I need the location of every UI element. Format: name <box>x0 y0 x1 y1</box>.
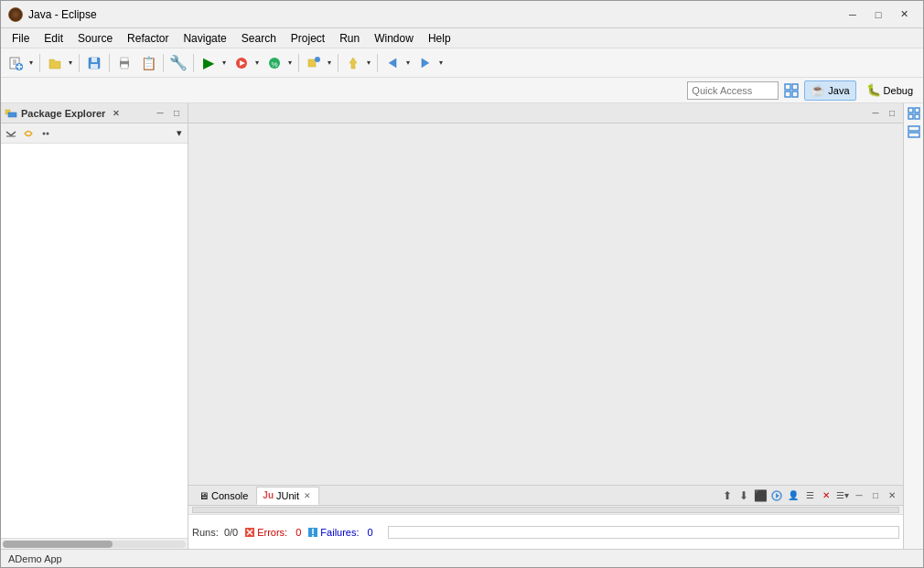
title-bar-left: Java - Eclipse <box>8 7 97 22</box>
bottom-run-up-btn[interactable]: ⬆ <box>720 488 735 503</box>
package-explorer-close-tab[interactable]: ✕ <box>113 109 120 118</box>
bottom-history-btn[interactable]: 👤 <box>786 488 800 503</box>
bottom-maximize-btn[interactable]: □ <box>868 488 883 503</box>
toolbar-open-dropdown[interactable]: ▾ <box>66 52 75 74</box>
toolbar-debug-btn[interactable] <box>231 52 252 74</box>
failures-label: Failures: 0 <box>308 527 372 538</box>
sep1 <box>39 54 40 72</box>
tab-console[interactable]: 🖥 Console <box>192 487 254 505</box>
scrollbar-track[interactable] <box>3 541 186 548</box>
svg-rect-12 <box>121 64 128 69</box>
menu-file[interactable]: File <box>5 28 37 48</box>
editor-minimize-btn[interactable]: ─ <box>868 106 883 121</box>
toolbar-fwd-group: ▾ <box>414 52 446 74</box>
svg-rect-22 <box>792 91 798 97</box>
toolbar-open-btn[interactable] <box>44 52 66 74</box>
tab-junit[interactable]: Ju JUnit ✕ <box>256 487 319 505</box>
horizontal-scrollbar[interactable] <box>1 538 188 549</box>
sep4 <box>163 54 164 72</box>
runs-label-text: Runs: <box>192 527 219 538</box>
menu-edit[interactable]: Edit <box>37 28 70 48</box>
link-editor-btn[interactable] <box>20 125 37 142</box>
minimize-button[interactable]: ─ <box>841 5 865 24</box>
package-explorer-toolbar: ▾ <box>1 123 188 144</box>
panel-maximize-btn[interactable]: □ <box>169 106 184 121</box>
debug-perspective-icon: 🐛 <box>866 83 881 97</box>
console-tab-icon: 🖥 <box>199 490 209 501</box>
panel-view-menu-btn[interactable]: ▾ <box>173 125 186 142</box>
toolbar-copy-btn[interactable]: 📋 <box>137 52 159 74</box>
toolbar-tools-btn[interactable]: 🔧 <box>167 52 189 74</box>
svg-rect-19 <box>785 84 790 90</box>
junit-tab-close[interactable]: ✕ <box>302 490 313 501</box>
toolbar-nav-prev-dropdown[interactable]: ▾ <box>403 52 413 74</box>
svg-rect-40 <box>908 126 919 131</box>
editor-top-bar: ─ □ <box>188 103 903 123</box>
bottom-content: Runs: 0/0 Errors: 0 Failures: 0 <box>188 515 903 549</box>
svg-rect-11 <box>121 58 128 61</box>
svg-rect-20 <box>792 84 798 90</box>
toolbar-nav-next-dropdown[interactable]: ▾ <box>436 52 446 74</box>
svg-rect-24 <box>8 113 16 117</box>
toolbar-new-dropdown[interactable]: ▾ <box>27 52 36 74</box>
bottom-run-down-btn[interactable]: ⬇ <box>736 488 751 503</box>
menu-help[interactable]: Help <box>421 28 458 48</box>
menu-navigate[interactable]: Navigate <box>176 28 233 48</box>
toolbar-debug-dropdown[interactable]: ▾ <box>252 52 262 74</box>
close-button[interactable]: ✕ <box>892 5 916 24</box>
perspective-java-btn[interactable]: ☕ Java <box>804 80 855 101</box>
sep5 <box>193 54 194 72</box>
quick-access-input[interactable] <box>687 81 779 100</box>
menu-source[interactable]: Source <box>70 28 120 48</box>
toolbar-debug-group: ▾ <box>231 52 262 74</box>
bottom-tab-controls: ⬆ ⬇ ⬛ 👤 ☰ ✕ ☰▾ ─ □ ✕ <box>720 488 899 503</box>
toolbar-pin-dropdown[interactable]: ▾ <box>364 52 373 74</box>
toolbar-run-btn[interactable]: ▶ <box>198 52 220 74</box>
toolbar-coverage-dropdown[interactable]: ▾ <box>285 52 295 74</box>
menu-run[interactable]: Run <box>332 28 367 48</box>
sep6 <box>298 54 299 72</box>
toolbar-nav-next-btn[interactable] <box>414 52 436 74</box>
svg-rect-37 <box>915 108 919 113</box>
svg-rect-8 <box>91 58 97 62</box>
bottom-fail-btn[interactable]: ✕ <box>819 488 833 503</box>
perspective-debug-btn[interactable]: 🐛 Debug <box>860 80 919 101</box>
svg-rect-36 <box>908 108 913 113</box>
bottom-stop-btn[interactable]: ⬛ <box>753 488 768 503</box>
scrollbar-thumb[interactable] <box>3 541 113 548</box>
bottom-layout-btn[interactable]: ☰ <box>802 488 817 503</box>
toolbar-ext-dropdown[interactable]: ▾ <box>325 52 334 74</box>
toolbar-pin-btn[interactable] <box>342 52 364 74</box>
panel-minimize-btn[interactable]: ─ <box>153 106 167 121</box>
editor-maximize-btn[interactable]: □ <box>885 106 899 121</box>
svg-rect-9 <box>91 64 98 69</box>
toolbar-print-btn[interactable] <box>113 52 135 74</box>
maximize-button[interactable]: □ <box>866 5 890 24</box>
menu-project[interactable]: Project <box>284 28 332 48</box>
menu-refactor[interactable]: Refactor <box>120 28 176 48</box>
bottom-minimize-btn[interactable]: ─ <box>852 488 866 503</box>
toolbar-nav-prev-btn[interactable] <box>381 52 403 74</box>
view-menu-btn[interactable] <box>38 125 54 142</box>
right-strip-views-btn[interactable] <box>906 123 922 140</box>
toolbar-new-btn[interactable] <box>5 52 27 74</box>
menu-window[interactable]: Window <box>367 28 421 48</box>
package-explorer-content <box>1 144 188 538</box>
toolbar-run-dropdown[interactable]: ▾ <box>220 52 229 74</box>
svg-rect-38 <box>908 114 913 119</box>
menu-search[interactable]: Search <box>234 28 284 48</box>
toolbar-coverage-btn[interactable]: % <box>263 52 285 74</box>
bottom-rerun-btn[interactable] <box>769 488 784 503</box>
svg-rect-39 <box>915 114 919 119</box>
toolbar-save-btn[interactable] <box>83 52 105 74</box>
collapse-all-btn[interactable] <box>3 125 19 142</box>
right-strip-perspectives-btn[interactable] <box>906 105 922 122</box>
bottom-view-menu-btn[interactable]: ☰▾ <box>835 488 850 503</box>
toolbar-ext-btn[interactable] <box>303 52 325 74</box>
svg-point-27 <box>47 132 49 134</box>
toolbar-coverage-group: % ▾ <box>263 52 295 74</box>
open-perspective-btn[interactable] <box>782 80 800 101</box>
bottom-close-btn[interactable]: ✕ <box>885 488 899 503</box>
toolbar: ▾ ▾ 📋 🔧 ▶ ▾ ▾ % ▾ <box>1 48 923 78</box>
editor-content <box>188 123 903 485</box>
